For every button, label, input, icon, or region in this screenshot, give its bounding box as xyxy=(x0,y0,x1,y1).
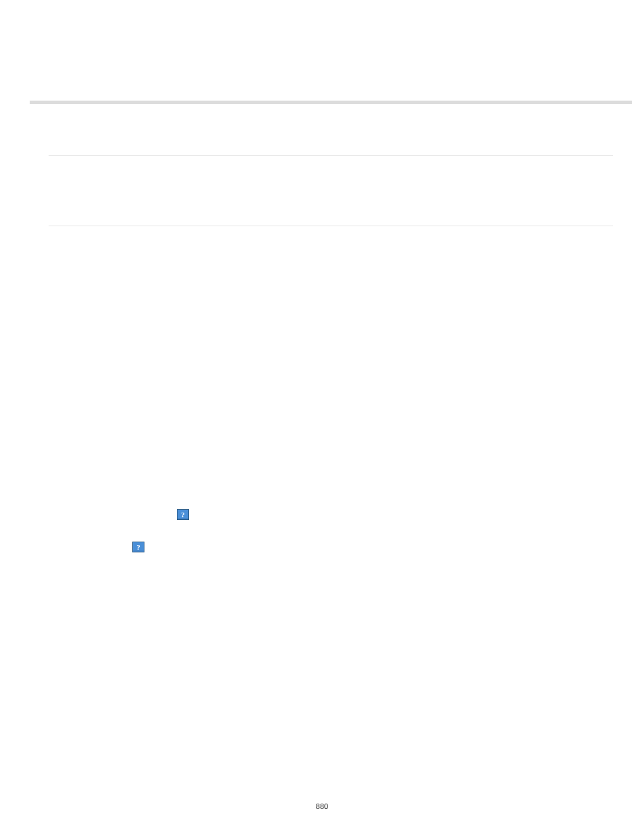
missing-image-icon: ? xyxy=(132,542,144,552)
page-number: 880 xyxy=(0,802,644,810)
horizontal-rule xyxy=(49,155,613,156)
header-bar xyxy=(30,101,632,104)
question-mark-icon: ? xyxy=(136,544,140,551)
missing-image-icon: ? xyxy=(177,509,189,520)
horizontal-rule xyxy=(49,226,613,226)
question-mark-icon: ? xyxy=(181,511,185,519)
document-page: ? ? 880 xyxy=(0,0,644,834)
